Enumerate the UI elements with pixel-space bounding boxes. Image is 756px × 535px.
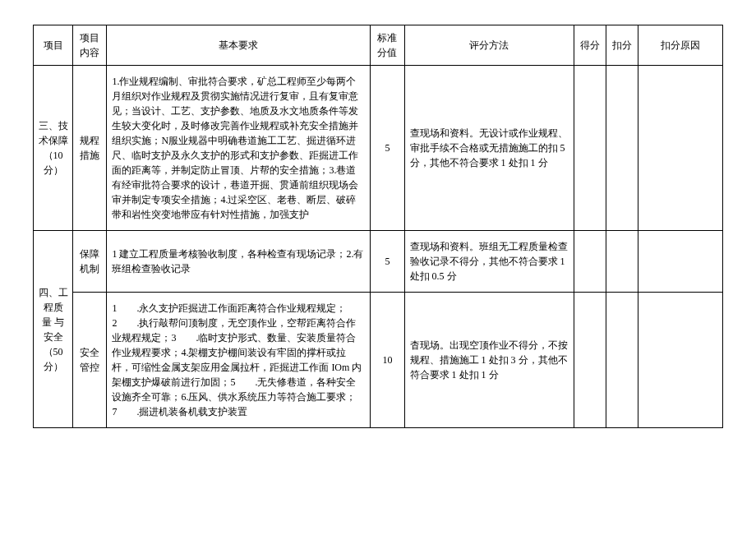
cell-project: 四、工程质 量 与安全（50 分） (34, 231, 73, 428)
cell-got-score (574, 66, 606, 231)
cell-content: 安全管控 (73, 293, 107, 428)
cell-requirements: 1.作业规程编制、审批符合要求，矿总工程师至少每两个月组织对作业规程及贯彻实施情… (107, 66, 371, 231)
header-deduct-score: 扣分 (606, 25, 638, 66)
header-deduct-reason: 扣分原因 (638, 25, 722, 66)
header-standard-score: 标准分值 (371, 25, 404, 66)
cell-scoring-method: 杳现场。出现空顶作业不得分，不按规程、措施施工 1 处扣 3 分，其他不符合要求… (404, 293, 574, 428)
table-row: 四、工程质 量 与安全（50 分） 保障机制 1 建立工程质量考核验收制度，各种… (34, 231, 723, 293)
cell-content: 规程措施 (73, 66, 107, 231)
cell-scoring-method: 查现场和资料。班组无工程质量检查验收记录不得分，其他不符合要求 1 处扣 0.5… (404, 231, 574, 293)
header-scoring-method: 评分方法 (404, 25, 574, 66)
cell-deduct-score (606, 66, 638, 231)
cell-got-score (574, 293, 606, 428)
cell-standard-score: 5 (371, 231, 404, 293)
cell-requirements: 1 .永久支护距掘进工作面距离符合作业规程规定；2 .执行敲帮问顶制度，无空顶作… (107, 293, 371, 428)
cell-scoring-method: 查现场和资料。无设计或作业规程、审批手续不合格或无措施施工的扣 5 分，其他不符… (404, 66, 574, 231)
header-got-score: 得分 (574, 25, 606, 66)
cell-project: 三、技术保障（10 分） (34, 66, 73, 231)
header-requirements: 基本要求 (107, 25, 371, 66)
scoring-table: 项目 项目内容 基本要求 标准分值 评分方法 得分 扣分 扣分原因 三、技术保障… (33, 25, 723, 428)
cell-content: 保障机制 (73, 231, 107, 293)
cell-standard-score: 10 (371, 293, 404, 428)
cell-deduct-score (606, 293, 638, 428)
cell-requirements: 1 建立工程质量考核验收制度，各种检查有现场记录；2.有班组检查验收记录 (107, 231, 371, 293)
table-row: 三、技术保障（10 分） 规程措施 1.作业规程编制、审批符合要求，矿总工程师至… (34, 66, 723, 231)
cell-deduct-reason (638, 293, 722, 428)
cell-got-score (574, 231, 606, 293)
cell-deduct-reason (638, 231, 722, 293)
cell-standard-score: 5 (371, 66, 404, 231)
cell-deduct-score (606, 231, 638, 293)
cell-deduct-reason (638, 66, 722, 231)
header-content: 项目内容 (73, 25, 107, 66)
table-row: 安全管控 1 .永久支护距掘进工作面距离符合作业规程规定；2 .执行敲帮问顶制度… (34, 293, 723, 428)
header-project: 项目 (34, 25, 73, 66)
table-header-row: 项目 项目内容 基本要求 标准分值 评分方法 得分 扣分 扣分原因 (34, 25, 723, 66)
